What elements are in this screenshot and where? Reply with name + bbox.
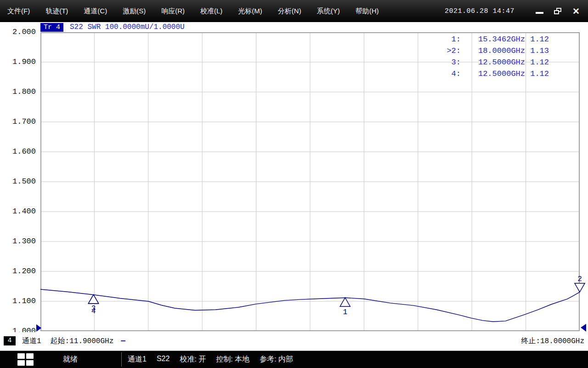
menu-item-0[interactable]: 文件(F) [7, 7, 30, 16]
y-axis-tick-label: 1.200 [0, 267, 37, 276]
y-axis-tick-label: 1.100 [0, 297, 37, 306]
status-item: 通道1 [128, 355, 147, 364]
status-item: 控制: 本地 [216, 355, 249, 364]
sweep-stop-triangle-icon [581, 324, 586, 332]
status-bar: 就绪 通道1S22校准: 开控制: 本地参考: 内部 [0, 351, 588, 368]
menu-item-7[interactable]: 分析(N) [278, 7, 301, 16]
y-axis-tick-label: 1.600 [0, 147, 37, 156]
y-axis-tick-label: 1.700 [0, 117, 37, 126]
menu-item-8[interactable]: 系统(Y) [317, 7, 340, 16]
trace-header: Tr 4 S22 SWR 100.0000mU/1.0000U [40, 23, 185, 32]
marker-frequency: 18.0000GHz [461, 45, 525, 57]
y-axis-tick-label: 2.000 [0, 28, 37, 37]
marker-value: 1.12 [525, 68, 549, 80]
marker-id-label: >2: [433, 45, 461, 57]
marker-frequency: 12.5000GHz [461, 57, 525, 68]
marker-frequency: 15.3462GHz [461, 34, 525, 45]
marker-1-label: 1 [343, 308, 347, 316]
marker-4-triangle[interactable] [88, 295, 98, 304]
channel-name-label: 通道1 [22, 336, 41, 346]
apps-grid-icon[interactable] [17, 353, 34, 366]
status-item: 校准: 开 [180, 355, 206, 364]
menu-item-3[interactable]: 激励(S) [123, 7, 146, 16]
marker-readout-row: >2:18.0000GHz1.13 [433, 45, 549, 57]
marker-2-label: 2 [577, 275, 582, 283]
menu-item-2[interactable]: 通道(C) [84, 7, 107, 16]
trace-badge[interactable]: Tr 4 [40, 23, 63, 32]
start-frequency-label: 起始:11.9000GHz [51, 336, 114, 346]
menu-item-4[interactable]: 响应(R) [161, 7, 185, 16]
trace-style-dash: — [121, 337, 125, 345]
marker-value: 1.12 [525, 57, 549, 68]
marker-id-label: 4: [433, 68, 461, 80]
vna-application-window: 文件(F)轨迹(T)通道(C)激励(S)响应(R)校准(L)光标(M)分析(N)… [0, 0, 588, 368]
marker-id-label: 3: [433, 57, 461, 68]
y-axis-tick-label: 1.400 [0, 207, 37, 216]
marker-readout-row: 4:12.5000GHz1.12 [433, 68, 549, 80]
menu-item-6[interactable]: 光标(M) [238, 7, 262, 16]
restore-button[interactable] [551, 4, 564, 18]
marker-2-triangle[interactable] [575, 283, 585, 292]
status-info-items: 通道1S22校准: 开控制: 本地参考: 内部 [128, 355, 293, 364]
minimize-icon [536, 12, 543, 14]
marker-1-triangle[interactable] [340, 298, 350, 306]
channel-bar: 4 通道1 起始:11.9000GHz — 终止:18.0000GHz [0, 332, 588, 350]
y-axis-tick-label: 1.900 [0, 58, 37, 67]
y-axis-tick-label: 1.500 [0, 177, 37, 186]
channel-number-badge[interactable]: 4 [4, 336, 16, 345]
marker-frequency: 12.5000GHz [461, 68, 525, 80]
menu-items: 文件(F)轨迹(T)通道(C)激励(S)响应(R)校准(L)光标(M)分析(N)… [7, 7, 394, 16]
status-item: 参考: 内部 [260, 355, 293, 364]
window-controls: ✕ [533, 4, 582, 18]
stop-frequency-label: 终止:18.0000GHz [521, 336, 584, 346]
marker-id-label: 1: [433, 34, 461, 45]
marker-readout-row: 3:12.5000GHz1.12 [433, 57, 549, 68]
restore-icon [554, 8, 561, 14]
marker-4-label: 4 [91, 307, 96, 316]
close-button[interactable]: ✕ [570, 4, 582, 18]
menu-item-5[interactable]: 校准(L) [200, 7, 222, 16]
marker-value: 1.13 [525, 45, 549, 57]
sweep-start-triangle-icon [36, 324, 41, 332]
marker-readout-row: 1:15.3462GHz1.12 [433, 34, 549, 45]
marker-readout-table: 1:15.3462GHz1.12>2:18.0000GHz1.133:12.50… [433, 34, 549, 80]
y-axis-tick-label: 1.800 [0, 87, 37, 97]
marker-value: 1.12 [525, 34, 549, 45]
menu-bar: 文件(F)轨迹(T)通道(C)激励(S)响应(R)校准(L)光标(M)分析(N)… [0, 0, 588, 22]
status-item: S22 [157, 355, 170, 364]
menu-item-1[interactable]: 轨迹(T) [45, 7, 68, 16]
y-axis-tick-label: 1.300 [0, 237, 37, 246]
status-divider [121, 352, 122, 367]
minimize-button[interactable] [533, 4, 546, 18]
ready-status-label: 就绪 [63, 355, 78, 364]
trace-measurement-label[interactable]: S22 SWR 100.0000mU/1.0000U [70, 23, 185, 31]
clock: 2021.06.28 14:47 [445, 7, 514, 15]
menu-item-9[interactable]: 帮助(H) [356, 7, 379, 16]
